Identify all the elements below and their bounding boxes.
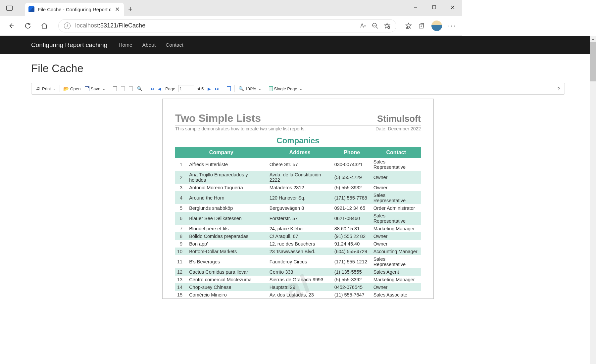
zoom-out-icon[interactable] [372,22,379,29]
svg-rect-1 [432,6,436,9]
address-bar: i localhost:53121/FileCache A›› ··· [0,16,462,36]
browser-tab[interactable]: File Cache - Configuring Report c ✕ [25,3,124,16]
close-window-button[interactable] [443,0,462,15]
favorite-add-icon[interactable] [383,22,391,29]
new-tab-button[interactable]: + [124,3,137,16]
tab-title: File Cache - Configuring Report c [38,7,112,12]
tab-close-button[interactable]: ✕ [115,6,120,13]
panel-icon [6,6,13,11]
url-text: localhost:53121/FileCache [75,22,145,29]
tab-actions-button[interactable] [0,0,19,16]
collections-icon[interactable] [418,22,425,29]
settings-menu-button[interactable]: ··· [448,22,456,30]
url-field[interactable]: i localhost:53121/FileCache A›› [58,19,396,32]
home-button[interactable] [39,21,50,31]
favicon-icon [28,6,34,12]
site-info-icon[interactable]: i [64,23,71,29]
profile-avatar[interactable] [431,21,442,31]
minimize-button[interactable] [406,0,425,15]
favorites-icon[interactable] [405,22,412,29]
refresh-button[interactable] [23,21,33,31]
read-aloud-icon[interactable]: A›› [360,22,367,29]
back-button[interactable] [6,21,17,31]
maximize-button[interactable] [425,0,443,15]
title-bar: File Cache - Configuring Report c ✕ + [0,0,462,16]
svg-line-6 [376,27,378,28]
